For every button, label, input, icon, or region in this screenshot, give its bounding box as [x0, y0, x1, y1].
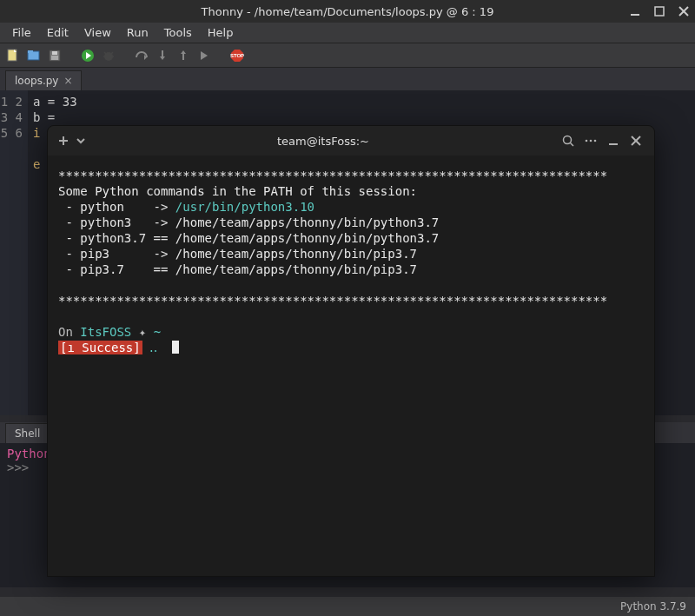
svg-line-14	[111, 52, 113, 54]
menu-edit[interactable]: Edit	[40, 24, 76, 41]
svg-marker-22	[201, 51, 208, 60]
status-bar: Python 3.7.9	[0, 597, 695, 616]
terminal-window: team@itsFoss:~ *************************…	[47, 125, 655, 577]
svg-marker-19	[160, 56, 165, 60]
thonny-title: Thonny - /home/team/Documents/loops.py @…	[0, 5, 695, 18]
prompt-host: ItsFOSS	[80, 325, 131, 339]
status-badge: [ı Success]	[58, 341, 142, 354]
svg-point-27	[564, 136, 572, 144]
menu-icon[interactable]	[579, 134, 602, 148]
editor-tab-loops[interactable]: loops.py ×	[5, 70, 82, 90]
resume-icon[interactable]	[196, 48, 212, 63]
save-file-icon[interactable]	[47, 48, 63, 63]
minimize-button[interactable]	[627, 3, 643, 19]
menu-tools[interactable]: Tools	[157, 24, 199, 41]
step-over-icon[interactable]	[134, 48, 149, 63]
shell-tab-label: Shell	[15, 427, 40, 440]
search-icon[interactable]	[557, 134, 579, 148]
terminal-body[interactable]: ****************************************…	[48, 156, 654, 576]
svg-line-13	[104, 52, 106, 54]
svg-point-31	[594, 140, 597, 142]
open-file-icon[interactable]	[26, 48, 42, 63]
svg-marker-21	[181, 50, 186, 54]
svg-point-30	[590, 140, 592, 142]
editor-tab-label: loops.py	[15, 75, 58, 87]
svg-point-29	[586, 140, 588, 142]
terminal-titlebar[interactable]: team@itsFoss:~	[48, 126, 654, 156]
terminal-close-icon[interactable]	[625, 135, 647, 147]
separator-line: ****************************************…	[58, 294, 607, 308]
editor-tabstrip: loops.py ×	[0, 68, 695, 90]
close-button[interactable]	[676, 3, 692, 19]
line-gutter: 1 2 3 4 5 6	[0, 90, 28, 415]
run-icon[interactable]	[80, 48, 96, 63]
terminal-cursor	[172, 341, 179, 354]
terminal-minimize-icon[interactable]	[602, 135, 625, 147]
thonny-titlebar: Thonny - /home/team/Documents/loops.py @…	[0, 0, 695, 23]
stop-icon[interactable]: STOP	[229, 48, 245, 63]
toolbar: STOP	[0, 43, 695, 68]
step-into-icon[interactable]	[155, 48, 170, 63]
session-header: Some Python commands in the PATH of this…	[58, 184, 417, 198]
prompt-dir: ~	[154, 325, 161, 339]
new-file-icon[interactable]	[5, 48, 21, 63]
menu-file[interactable]: File	[5, 24, 38, 41]
python-version: Python 3.7.9	[620, 600, 686, 613]
menu-view[interactable]: View	[77, 24, 118, 41]
prompt-on: On	[58, 325, 73, 339]
svg-rect-8	[51, 56, 58, 60]
svg-line-28	[571, 143, 574, 147]
menu-help[interactable]: Help	[201, 24, 241, 41]
menubar: File Edit View Run Tools Help	[0, 23, 695, 43]
separator-line: ****************************************…	[58, 169, 607, 182]
new-tab-icon[interactable]	[55, 135, 72, 147]
close-icon[interactable]: ×	[63, 75, 72, 87]
svg-rect-1	[655, 7, 664, 16]
debug-icon[interactable]	[101, 48, 116, 63]
svg-rect-9	[52, 51, 57, 55]
menu-run[interactable]: Run	[120, 24, 156, 41]
maximize-button[interactable]	[652, 3, 667, 19]
terminal-title: team@itsFoss:~	[89, 135, 557, 148]
prompt-dots: ‥	[149, 341, 157, 354]
svg-text:STOP: STOP	[230, 53, 244, 58]
svg-rect-6	[28, 50, 33, 53]
step-out-icon[interactable]	[175, 48, 191, 63]
chevron-down-icon[interactable]	[72, 136, 89, 146]
